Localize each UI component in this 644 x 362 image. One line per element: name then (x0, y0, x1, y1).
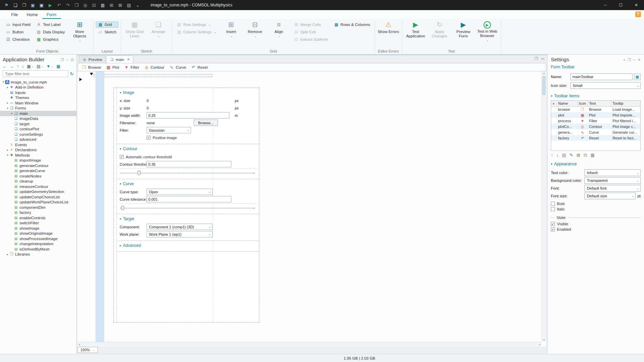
tree-expander-icon[interactable]: ▸ (6, 253, 9, 256)
curve-tolerance-input[interactable] (147, 196, 231, 202)
bold-checkbox[interactable] (551, 202, 555, 206)
tree-expander-icon[interactable]: ▾ (1, 80, 5, 84)
tree-item-measurecontour[interactable]: ▤measureContour (0, 184, 76, 189)
tree-item-updatecompchoicelist[interactable]: ▤updateCompChoiceList (0, 194, 76, 200)
ribbon-button-test-in-web-browser[interactable]: ▶Test in Web Browser⌄ (476, 20, 498, 43)
tree-item-factory[interactable]: ▤factory (0, 210, 76, 216)
close-button[interactable]: ✕ (629, 0, 644, 10)
ribbon-button-apply-changes[interactable]: ↻Apply Changes (428, 20, 451, 39)
tree-item-updateworkplanechoicelist[interactable]: ▤updateWorkPlaneChoiceList (0, 200, 76, 205)
toolbar-item-row-process[interactable]: process▼FilterPlot filtered i... (551, 118, 640, 124)
menu-tab-file[interactable]: File (7, 11, 22, 19)
form-section-header-image[interactable]: ▾Image (120, 89, 256, 96)
tree-item-add-in-definition[interactable]: ▸❖Add-in Definition (0, 85, 76, 90)
ribbon-button-row-settings[interactable]: ▤Row Settings⌄ (175, 22, 218, 28)
text-color-select[interactable]: Inherit⌄ (584, 169, 641, 176)
model-builder-icon[interactable]: ▦ (56, 64, 60, 68)
toolbar-items-section-header[interactable]: ▾ Toolbar Items (551, 94, 641, 98)
maximize-editor-icon[interactable]: ▭ (541, 57, 544, 61)
curve-slider[interactable] (120, 205, 256, 210)
minimize-settings-icon[interactable]: ─ (633, 58, 636, 62)
ribbon-button-data-display[interactable]: ▤Data Display (34, 29, 67, 35)
toolbar-item-row-plotco[interactable]: plotCo...◎ContourPlot image c... (551, 124, 640, 129)
tree-item-forms[interactable]: ▾❏Forms (0, 106, 76, 111)
slider-thumb[interactable] (121, 206, 124, 210)
tree-item-image-to-curve-mph[interactable]: ▾Aimage_to_curve.mph (0, 79, 76, 85)
ribbon-button-more-objects[interactable]: ⊞More Objects⌄ (69, 20, 91, 43)
tree-item-generatecontour[interactable]: ▤generateContour (0, 163, 76, 168)
view-menu-icon[interactable]: ▤ (37, 64, 40, 68)
scroll-up-icon[interactable]: ▲ (543, 72, 545, 74)
form-toolbar-button-contour[interactable]: ◎Contour (144, 65, 164, 69)
zoom-box-icon[interactable]: ⊡ (91, 3, 97, 7)
form-section-header-contour[interactable]: ▾Contour (120, 145, 256, 153)
form-section-header-curve[interactable]: ▾Curve (120, 180, 256, 188)
ribbon-button-show-grid-lines[interactable]: ▦Show Grid Lines (123, 20, 146, 39)
form-grid[interactable]: ▾Imagex: size0pxy: size0pxImage width:mF… (113, 88, 259, 323)
tree-item-cleanup[interactable]: ▤cleanup (0, 179, 76, 184)
tree-item-showoriginalimage[interactable]: ▤showOriginalImage (0, 231, 76, 236)
row-insert-marker[interactable] (79, 78, 82, 81)
contour-threshold-input[interactable] (147, 161, 231, 167)
font-select[interactable]: Default font⌄ (584, 185, 641, 192)
nav-up-icon[interactable]: ↑ (17, 64, 19, 68)
save-icon[interactable]: ▣ (30, 3, 35, 7)
help-button[interactable]: ? (635, 11, 641, 17)
component-select[interactable]: Component 1 (comp1) (3D)⌄ (147, 224, 213, 230)
item-edit-icon[interactable]: ✎ (569, 153, 573, 157)
positive-image-checkbox[interactable]: ✓ (147, 136, 151, 140)
form-section-header-advanced[interactable]: ▸Advanced (120, 242, 256, 249)
ribbon-button-insert[interactable]: ⊞Insert⌄ (220, 20, 242, 39)
tree-item-componentdim[interactable]: ▤componentDim (0, 205, 76, 210)
tree-item-main-window[interactable]: ▸▭Main Window (0, 100, 76, 106)
tree-expander-icon[interactable]: ▾ (6, 107, 9, 110)
item-table-icon[interactable]: ▦ (591, 153, 595, 157)
nav-back-icon[interactable]: ← (3, 64, 7, 68)
comsol-logo-icon[interactable]: ⚑ (4, 3, 9, 7)
ribbon-button-remove[interactable]: ⊟Remove⌄ (244, 20, 266, 39)
delete-icon[interactable]: ⊠ (118, 3, 123, 7)
icon-size-select[interactable]: Small ⌄ (570, 82, 641, 89)
ribbon-button-grid[interactable]: ▦Grid (96, 22, 118, 28)
refresh-icon[interactable]: ↻ (70, 72, 74, 76)
tree-item-importimage[interactable]: ▤importImage (0, 158, 76, 163)
zoom-select[interactable]: 100% ⌄ (78, 347, 98, 353)
tree-item-enablecontrols[interactable]: ▤enableControls (0, 215, 76, 221)
tree-expander-icon[interactable]: ▾ (6, 154, 9, 157)
tree-options-icon[interactable]: ▦ (27, 64, 31, 68)
highlight-menu-icon[interactable]: ▼ (46, 64, 50, 68)
tree-item-target[interactable]: ❏target (0, 121, 76, 127)
tree-item-createnodes[interactable]: ▤createNodes (0, 173, 76, 179)
visible-checkbox[interactable]: ✓ (551, 222, 555, 226)
scroll-left-icon[interactable]: ◂ (79, 343, 80, 346)
pin-panel-icon[interactable]: ⊡ (71, 58, 74, 62)
ribbon-button-button[interactable]: ▭Button (4, 29, 33, 35)
edit-name-button[interactable]: ▦ (634, 73, 641, 80)
contour-slider[interactable] (120, 170, 256, 175)
ribbon-button-input-field[interactable]: ▭Input Field (4, 22, 33, 28)
browse-file-button[interactable]: Browse... (194, 120, 218, 126)
copy-icon[interactable]: ❒ (74, 3, 79, 7)
tree-expander-icon[interactable]: ▸ (6, 86, 9, 89)
menu-tab-form[interactable]: Form (42, 11, 61, 19)
form-toolbar-button-filter[interactable]: ▼Filter (124, 65, 139, 69)
ribbon-button-align[interactable]: ≡Align⌄ (268, 20, 290, 39)
ribbon-button-split-cell[interactable]: ⊟Split Cell (292, 29, 330, 35)
item-separator-icon[interactable]: ⊟ (583, 153, 587, 157)
form-section-header-target[interactable]: ▾Target (120, 215, 256, 223)
vertical-scroll-thumb[interactable] (542, 76, 545, 95)
close-tab-icon[interactable]: ✕ (127, 58, 130, 61)
automatic-contour-threshold-checkbox[interactable]: ✓ (120, 155, 124, 159)
tree-item-updategeometryselection[interactable]: ▤updateGeometrySelection (0, 189, 76, 195)
editor-tab-preview[interactable]: ◎Preview (79, 56, 106, 63)
ribbon-button-arrange[interactable]: ❏Arrange⌄ (147, 20, 169, 39)
new-file-icon[interactable]: ❏ (13, 3, 18, 7)
item-up-icon[interactable]: ↑ (551, 153, 553, 157)
ribbon-button-checkbox[interactable]: ☑Checkbox (4, 36, 33, 42)
tree-item-declarations[interactable]: ▸≡Declarations (0, 147, 76, 153)
float-settings-icon[interactable]: ❐ (628, 58, 631, 62)
font-size-select[interactable]: Default size⌄ (584, 193, 636, 199)
tree-item-curvesettings[interactable]: ❏curveSettings (0, 132, 76, 137)
tree-expander-icon[interactable]: ▸ (6, 149, 9, 152)
image-width-input[interactable] (147, 112, 229, 119)
